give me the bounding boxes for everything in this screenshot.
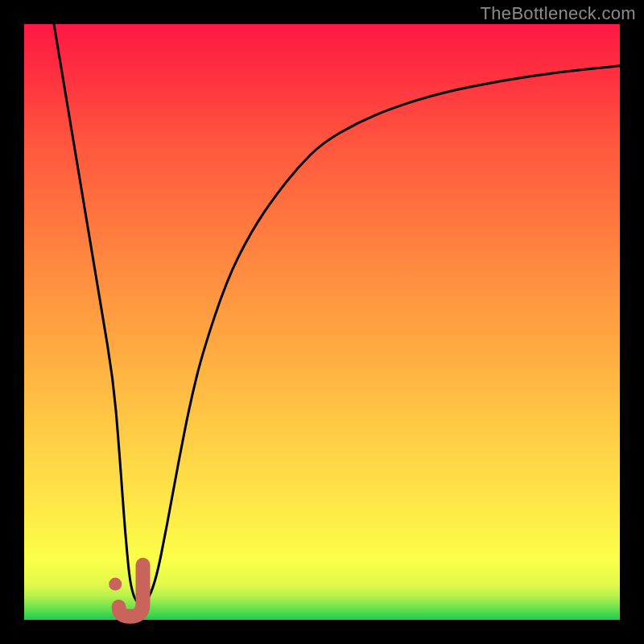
plot-area xyxy=(24,24,620,620)
chart-svg xyxy=(24,24,620,620)
bottleneck-curve-path xyxy=(54,24,620,604)
watermark-text: TheBottleneck.com xyxy=(481,3,636,24)
recommended-marker-check xyxy=(119,565,143,617)
recommended-marker-dot xyxy=(109,578,122,591)
chart-frame: TheBottleneck.com xyxy=(0,0,644,644)
